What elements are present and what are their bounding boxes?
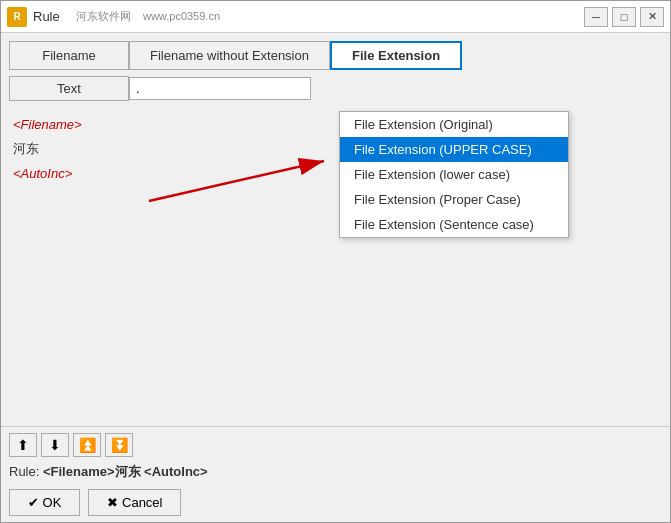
left-panel: <Filename> 河东 <AutoInc> bbox=[9, 111, 319, 418]
rule-display: Rule: <Filename>河东 <AutoInc> bbox=[9, 463, 662, 481]
text-button[interactable]: Text bbox=[9, 76, 129, 101]
dropdown-item-sentence[interactable]: File Extension (Sentence case) bbox=[340, 212, 568, 237]
dropdown-item-upper[interactable]: File Extension (UPPER CASE) bbox=[340, 137, 568, 162]
window-title: Rule bbox=[33, 9, 60, 24]
bottom-area: ⬆ ⬇ ⏫ ⏬ Rule: <Filename>河东 <AutoInc> ✔ O… bbox=[1, 426, 670, 522]
maximize-button[interactable]: □ bbox=[612, 7, 636, 27]
rule-item-chinese: 河东 bbox=[13, 138, 315, 160]
rule-value: <Filename>河东 <AutoInc> bbox=[43, 464, 208, 479]
close-button[interactable]: ✕ bbox=[640, 7, 664, 27]
watermark-url: www.pc0359.cn bbox=[143, 10, 220, 22]
move-down-icon: ⬇ bbox=[49, 437, 61, 453]
move-down-button[interactable]: ⬇ bbox=[41, 433, 69, 457]
move-bottom-icon: ⏬ bbox=[111, 437, 128, 453]
action-row: ✔ OK ✖ Cancel bbox=[9, 489, 662, 516]
title-bar-left: R Rule 河东软件网 www.pc0359.cn bbox=[7, 7, 220, 27]
title-bar: R Rule 河东软件网 www.pc0359.cn ─ □ ✕ bbox=[1, 1, 670, 33]
main-content: <Filename> 河东 <AutoInc> File Extension (… bbox=[9, 111, 662, 418]
move-bottom-button[interactable]: ⏬ bbox=[105, 433, 133, 457]
watermark: 河东软件网 www.pc0359.cn bbox=[76, 9, 220, 24]
ok-button[interactable]: ✔ OK bbox=[9, 489, 80, 516]
dropdown-item-proper[interactable]: File Extension (Proper Case) bbox=[340, 187, 568, 212]
separator-input[interactable] bbox=[129, 77, 311, 100]
input-row: Text bbox=[9, 76, 662, 101]
dropdown-menu: File Extension (Original) File Extension… bbox=[339, 111, 569, 238]
tab-filename-no-ext[interactable]: Filename without Extension bbox=[129, 41, 330, 70]
move-up-button[interactable]: ⬆ bbox=[9, 433, 37, 457]
minimize-button[interactable]: ─ bbox=[584, 7, 608, 27]
title-bar-controls: ─ □ ✕ bbox=[584, 7, 664, 27]
toolbar-row: ⬆ ⬇ ⏫ ⏬ bbox=[9, 433, 662, 457]
tab-file-extension[interactable]: File Extension bbox=[330, 41, 462, 70]
move-top-button[interactable]: ⏫ bbox=[73, 433, 101, 457]
rule-item-filename: <Filename> bbox=[13, 115, 315, 134]
cancel-button[interactable]: ✖ Cancel bbox=[88, 489, 181, 516]
content-area: Filename Filename without Extension File… bbox=[1, 33, 670, 426]
app-icon: R bbox=[7, 7, 27, 27]
rule-window: R Rule 河东软件网 www.pc0359.cn ─ □ ✕ Filenam… bbox=[0, 0, 671, 523]
tab-filename[interactable]: Filename bbox=[9, 41, 129, 70]
tab-row: Filename Filename without Extension File… bbox=[9, 41, 662, 70]
site-label: 河东软件网 bbox=[76, 10, 131, 22]
dropdown-item-original[interactable]: File Extension (Original) bbox=[340, 112, 568, 137]
move-top-icon: ⏫ bbox=[79, 437, 96, 453]
rule-prefix: Rule: bbox=[9, 464, 43, 479]
rule-item-autoinc: <AutoInc> bbox=[13, 164, 315, 183]
dropdown-item-lower[interactable]: File Extension (lower case) bbox=[340, 162, 568, 187]
move-up-icon: ⬆ bbox=[17, 437, 29, 453]
